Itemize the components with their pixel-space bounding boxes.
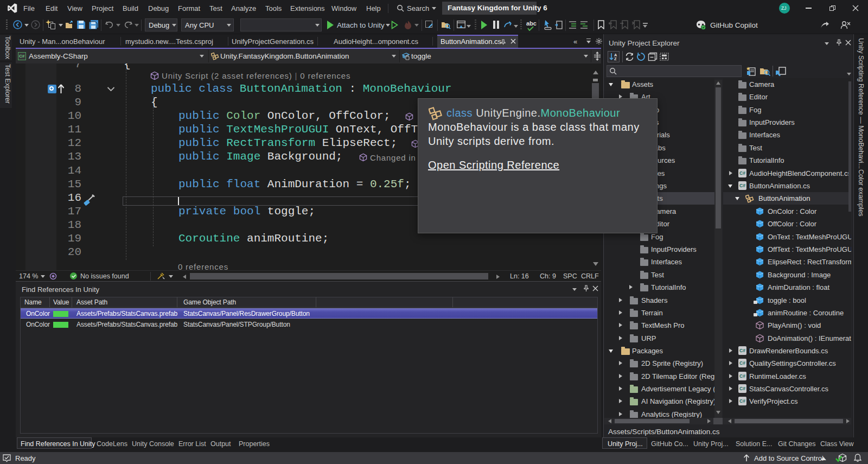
svg-text:Z: Z [614,56,617,61]
